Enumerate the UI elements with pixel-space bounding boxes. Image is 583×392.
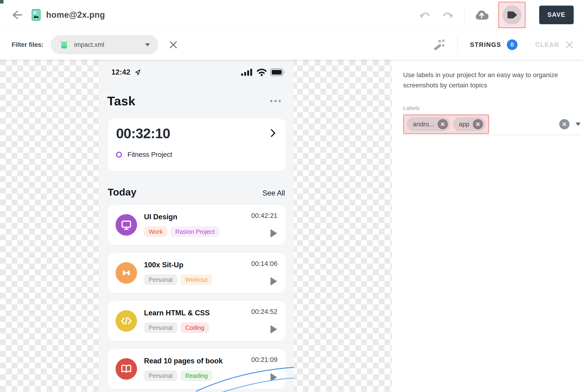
screenshot-preview: 12:42 [100, 60, 294, 392]
task-tag: Coding [181, 322, 209, 333]
clear-strings-button[interactable]: CLEAR [535, 41, 559, 48]
editor-canvas: 12:42 [0, 60, 583, 392]
selected-file-name: impact.xml [74, 41, 104, 48]
task-tag: Work [144, 226, 167, 237]
screen-corner-artifact [0, 0, 3, 4]
label-chip: andro... [407, 117, 450, 131]
play-icon [270, 325, 278, 335]
clear-all-labels-button[interactable] [559, 119, 570, 129]
task-tag: Workout [181, 274, 212, 285]
timer-card: 00:32:10 Fitness Project [108, 118, 285, 171]
wifi-icon [257, 68, 267, 76]
close-icon [169, 41, 177, 49]
battery-icon [270, 68, 285, 76]
task-title: UI Design [144, 213, 251, 221]
task-title: 100x Sit-Up [144, 261, 251, 269]
label-tool-hover-circle [502, 5, 522, 24]
today-section-header: Today See All [100, 171, 294, 198]
labels-panel: Use labels in your project for an easy w… [392, 60, 583, 392]
monitor-icon [115, 214, 137, 236]
dumbbell-icon [115, 262, 137, 284]
play-icon [270, 229, 278, 239]
page-title: home@2x.png [46, 10, 105, 20]
task-time: 00:42:21 [251, 212, 278, 220]
remove-label-button[interactable] [438, 119, 448, 129]
clear-strings-x-button[interactable] [566, 41, 573, 48]
book-icon [115, 358, 137, 380]
redo-button[interactable] [442, 10, 454, 20]
labels-description: Use labels in your project for an easy w… [403, 70, 576, 90]
top-bar: home@2x.png SAVE [0, 0, 583, 30]
more-options-icon [270, 100, 281, 102]
code-icon [115, 310, 137, 332]
labels-dropdown-caret[interactable] [576, 122, 581, 126]
filterbar-divider [457, 36, 458, 54]
auto-match-button[interactable] [433, 38, 445, 51]
timer-project-name: Fitness Project [127, 151, 172, 158]
see-all-link: See All [262, 189, 285, 198]
cloud-upload-icon [475, 10, 488, 20]
undo-icon [419, 10, 431, 20]
tag-icon [507, 10, 517, 20]
timer-value: 00:32:10 [116, 126, 170, 142]
task-tag: Personal [144, 322, 177, 333]
clear-file-filter-button[interactable] [169, 41, 177, 49]
strings-tab[interactable]: STRINGS [470, 41, 501, 48]
task-card: Learn HTML & CSS Personal Coding 00:24:5… [108, 301, 285, 341]
remove-label-button[interactable] [473, 119, 483, 129]
task-title: Learn HTML & CSS [144, 309, 251, 317]
toolbar-divider [464, 6, 465, 24]
redo-icon [442, 10, 454, 20]
upload-button[interactable] [475, 10, 488, 20]
task-tag: Rasion Project [171, 226, 219, 237]
today-title: Today [108, 186, 136, 198]
filter-files-label: Filter files: [12, 41, 43, 48]
task-card: UI Design Work Rasion Project 00:42:21 [108, 205, 285, 245]
task-tag: Personal [144, 370, 177, 381]
strings-count-badge: 0 [507, 40, 518, 50]
label-chip: app [453, 117, 485, 131]
labels-field[interactable]: andro... app [403, 114, 581, 135]
task-time: 00:14:06 [251, 260, 278, 268]
file-filter-dropdown[interactable]: impact.xml [50, 35, 158, 54]
phone-status-bar: 12:42 [100, 60, 294, 76]
location-arrow-icon [134, 69, 141, 76]
phone-screen-header: Task [100, 76, 294, 108]
wave-decoration [196, 359, 294, 392]
label-chips-highlighted: andro... app [403, 114, 489, 134]
task-tag: Personal [144, 274, 177, 285]
close-icon [566, 41, 573, 48]
signal-bars-icon [241, 68, 253, 76]
image-file-icon [32, 9, 40, 21]
filter-bar: Filter files: impact.xml STRINGS 0 CLEAR [0, 30, 583, 60]
task-time: 00:24:52 [251, 308, 278, 316]
chevron-right-icon [270, 128, 276, 139]
labels-caption: Labels [403, 105, 576, 112]
status-time: 12:42 [111, 68, 130, 76]
back-button[interactable] [12, 10, 22, 20]
phone-screen-title: Task [107, 94, 135, 108]
save-button[interactable]: SAVE [539, 6, 574, 24]
android-icon [59, 40, 69, 50]
arrow-left-icon [12, 10, 22, 20]
play-icon [270, 277, 278, 287]
chevron-down-icon [145, 43, 150, 46]
undo-button[interactable] [419, 10, 431, 20]
magic-wand-icon [433, 38, 445, 51]
project-ring-icon [116, 152, 122, 158]
task-card: 100x Sit-Up Personal Workout 00:14:06 [108, 253, 285, 293]
label-tool-button-highlighted[interactable] [498, 2, 526, 28]
